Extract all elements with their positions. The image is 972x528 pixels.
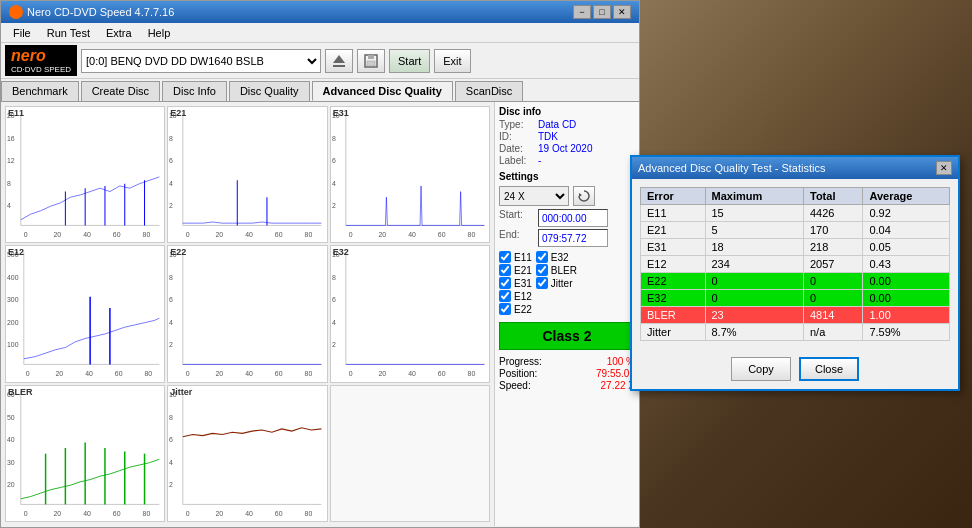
- checkbox-e12[interactable]: [499, 290, 511, 302]
- info-type-row: Type: Data CD: [499, 119, 635, 130]
- svg-text:20: 20: [7, 480, 15, 490]
- content-area: E11 20 16 12 8 4 0 20 40 60 80: [1, 102, 639, 526]
- checkbox-e22[interactable]: [499, 303, 511, 315]
- tab-disc-quality[interactable]: Disc Quality: [229, 81, 310, 101]
- chart-e11-label: E11: [8, 108, 24, 118]
- svg-text:80: 80: [467, 369, 475, 379]
- svg-text:60: 60: [275, 508, 283, 518]
- svg-text:2: 2: [169, 480, 173, 490]
- start-button[interactable]: Start: [389, 49, 430, 73]
- eject-icon-btn[interactable]: [325, 49, 353, 73]
- copy-button[interactable]: Copy: [731, 357, 791, 381]
- svg-text:80: 80: [467, 229, 475, 239]
- position-row: Position: 79:55.00: [499, 368, 635, 379]
- progress-row: Progress: 100 %: [499, 356, 635, 367]
- close-button[interactable]: Close: [799, 357, 859, 381]
- checkbox-e11[interactable]: [499, 251, 511, 263]
- svg-text:2: 2: [332, 340, 336, 350]
- chart-e21-label: E21: [170, 108, 186, 118]
- svg-text:20: 20: [216, 508, 224, 518]
- close-btn[interactable]: ✕: [613, 5, 631, 19]
- refresh-btn[interactable]: [573, 186, 595, 206]
- svg-text:300: 300: [7, 295, 19, 305]
- checkbox-e11-label: E11: [514, 252, 532, 263]
- svg-text:60: 60: [115, 369, 123, 379]
- svg-text:40: 40: [7, 435, 15, 445]
- svg-text:40: 40: [83, 508, 91, 518]
- info-date-value: 19 Oct 2020: [538, 143, 592, 154]
- svg-text:0: 0: [26, 369, 30, 379]
- checkbox-e32-row: E32: [536, 251, 577, 263]
- checkbox-jitter[interactable]: [536, 277, 548, 289]
- chart-e32: E32 10 8 6 4 2 0 20 40 60 80: [330, 245, 490, 382]
- tab-benchmark[interactable]: Benchmark: [1, 81, 79, 101]
- minimize-btn[interactable]: −: [573, 5, 591, 19]
- app-title: Nero CD-DVD Speed 4.7.7.16: [27, 6, 174, 18]
- svg-text:80: 80: [305, 369, 313, 379]
- info-type-label: Type:: [499, 119, 534, 130]
- tab-create-disc[interactable]: Create Disc: [81, 81, 160, 101]
- progress-label: Progress:: [499, 356, 542, 367]
- tabs: Benchmark Create Disc Disc Info Disc Qua…: [1, 79, 639, 102]
- svg-text:0: 0: [24, 229, 28, 239]
- svg-text:8: 8: [332, 133, 336, 143]
- svg-text:30: 30: [7, 457, 15, 467]
- checkbox-e22-label: E22: [514, 304, 532, 315]
- start-time-input[interactable]: [538, 209, 608, 227]
- maximize-btn[interactable]: □: [593, 5, 611, 19]
- tab-disc-info[interactable]: Disc Info: [162, 81, 227, 101]
- menu-file[interactable]: File: [5, 25, 39, 41]
- svg-text:0: 0: [186, 229, 190, 239]
- side-panel: Disc info Type: Data CD ID: TDK Date: 19…: [494, 102, 639, 526]
- drive-select[interactable]: [0:0] BENQ DVD DD DW1640 BSLB: [81, 49, 321, 73]
- svg-text:20: 20: [216, 369, 224, 379]
- svg-text:20: 20: [378, 229, 386, 239]
- checkbox-e21[interactable]: [499, 264, 511, 276]
- info-id-label: ID:: [499, 131, 534, 142]
- svg-text:40: 40: [83, 229, 91, 239]
- checkbox-e31[interactable]: [499, 277, 511, 289]
- tab-advanced-disc-quality[interactable]: Advanced Disc Quality: [312, 81, 453, 101]
- svg-text:50: 50: [7, 412, 15, 422]
- checkbox-e11-row: E11: [499, 251, 532, 263]
- svg-text:40: 40: [408, 369, 416, 379]
- svg-text:20: 20: [53, 508, 61, 518]
- svg-rect-3: [368, 55, 374, 59]
- speed-status-label: Speed:: [499, 380, 531, 391]
- menu-run-test[interactable]: Run Test: [39, 25, 98, 41]
- menu-extra[interactable]: Extra: [98, 25, 140, 41]
- tab-scan-disc[interactable]: ScanDisc: [455, 81, 523, 101]
- svg-text:80: 80: [305, 508, 313, 518]
- start-label: Start:: [499, 209, 534, 227]
- svg-text:20: 20: [53, 229, 61, 239]
- svg-text:6: 6: [332, 156, 336, 166]
- dialog-close-btn[interactable]: ✕: [936, 161, 952, 175]
- checkbox-e31-row: E31: [499, 277, 532, 289]
- speed-row: 1 X2 X4 X8 X16 X24 X32 X40 X48 XMAX: [499, 186, 635, 206]
- svg-text:40: 40: [246, 508, 254, 518]
- charts-area: E11 20 16 12 8 4 0 20 40 60 80: [1, 102, 494, 526]
- stats-table: Error Maximum Total Average E111544260.9…: [640, 187, 950, 341]
- dialog-titlebar: Advanced Disc Quality Test - Statistics …: [632, 157, 958, 179]
- checkbox-bler[interactable]: [536, 264, 548, 276]
- save-icon-btn[interactable]: [357, 49, 385, 73]
- svg-text:2: 2: [169, 201, 173, 211]
- chart-e12-label: E12: [8, 247, 24, 257]
- exit-button[interactable]: Exit: [434, 49, 470, 73]
- info-date-label: Date:: [499, 143, 534, 154]
- end-label: End:: [499, 229, 534, 247]
- checkbox-bler-label: BLER: [551, 265, 577, 276]
- svg-text:4: 4: [332, 318, 336, 328]
- end-time-input[interactable]: [538, 229, 608, 247]
- svg-text:6: 6: [332, 295, 336, 305]
- checkbox-e32[interactable]: [536, 251, 548, 263]
- chart-bler: BLER 60 50 40 30 20 0 20 40 60 80: [5, 385, 165, 522]
- checkbox-e22-row: E22: [499, 303, 532, 315]
- class-box: Class 2: [499, 322, 635, 350]
- svg-text:0: 0: [186, 508, 190, 518]
- titlebar-controls[interactable]: − □ ✕: [573, 5, 631, 19]
- svg-text:60: 60: [275, 229, 283, 239]
- menu-help[interactable]: Help: [140, 25, 179, 41]
- svg-text:4: 4: [7, 201, 11, 211]
- speed-select[interactable]: 1 X2 X4 X8 X16 X24 X32 X40 X48 XMAX: [499, 186, 569, 206]
